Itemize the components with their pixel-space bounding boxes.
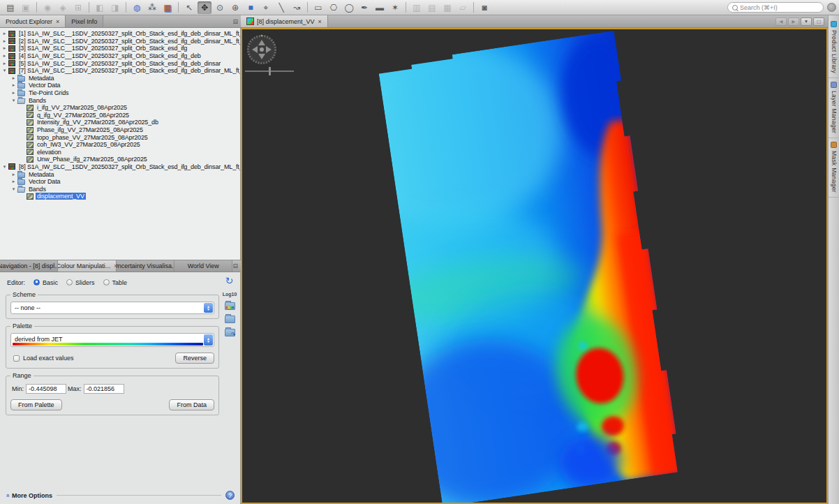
tab-world-view[interactable]: World View	[175, 260, 232, 272]
zoom-slider[interactable]	[245, 67, 294, 75]
tree-row[interactable]: i_ifg_VV_27Mar2025_08Apr2025	[0, 104, 240, 112]
expand-toggle-icon[interactable]: ▸	[1, 61, 8, 66]
polygon-tool-icon[interactable]: ⎔	[327, 1, 341, 14]
tree-row[interactable]: ▸Tie-Point Grids	[0, 89, 240, 97]
expand-toggle-icon[interactable]: ▸	[1, 45, 8, 51]
editor-radio-sliders[interactable]: Sliders	[58, 279, 95, 286]
range-max-input[interactable]	[84, 384, 124, 394]
tree-row[interactable]: ▸[5] S1A_IW_SLC__1SDV_20250327_split_Orb…	[0, 59, 240, 67]
expand-toggle-icon[interactable]: ▸	[1, 31, 8, 36]
band-icon	[27, 156, 34, 163]
tree-row[interactable]: ▾Bands	[0, 96, 240, 104]
ellipse-tool-icon[interactable]: ◯	[342, 1, 356, 14]
tree-row[interactable]: ▸Vector Data	[0, 178, 240, 186]
tab-product-explorer[interactable]: Product Explorer×	[0, 15, 66, 27]
from-data-button[interactable]: From Data	[169, 399, 214, 410]
close-tab-icon[interactable]: ×	[318, 18, 322, 25]
tree-row[interactable]: ▸Metadata	[0, 75, 240, 82]
dock-tab-mask-manager[interactable]: Mask Manager	[829, 138, 839, 198]
tree-row[interactable]: ▸[4] S1A_IW_SLC__1SDV_20250327_split_Orb…	[0, 52, 240, 60]
from-palette-button[interactable]: From Palette	[10, 399, 62, 410]
expand-toggle-icon[interactable]: ▸	[10, 172, 17, 177]
tab-navigation-8-displ[interactable]: Navigation - [8] displ...	[0, 260, 58, 272]
open-product-icon[interactable]: ▤	[3, 1, 17, 14]
scheme-select[interactable]: -- none -- ▲▼	[10, 302, 214, 314]
range-min-input[interactable]	[26, 384, 66, 394]
expand-toggle-icon[interactable]: ▸	[10, 75, 17, 81]
expand-toggle-icon[interactable]: ▸	[1, 53, 8, 59]
tree-row[interactable]: ▸Metadata	[0, 170, 240, 178]
gcp-tool-icon[interactable]: ⌖	[259, 1, 273, 14]
tree-row[interactable]: ▸[3] S1A_IW_SLC__1SDV_20250327_split_Orb…	[0, 45, 240, 52]
dock-tab-product-library[interactable]: Product Library	[829, 17, 839, 78]
open-palette-folder-icon[interactable]	[225, 316, 235, 323]
magic-wand-icon[interactable]: ✶	[388, 1, 402, 14]
tab-colour-manipulati[interactable]: Colour Manipulati...×	[58, 260, 116, 272]
tab-pixel-info[interactable]: Pixel Info	[66, 15, 103, 27]
tree-row[interactable]: Phase_ifg_VV_27Mar2025_08Apr2025	[0, 126, 240, 134]
palette-select[interactable]: derived from JET ▲▼	[10, 333, 214, 347]
tree-row[interactable]: ▸[1] S1A_IW_SLC__1SDV_20250327_split_Orb…	[0, 30, 240, 38]
log10-toggle-icon[interactable]: Log10	[223, 292, 237, 297]
wkt-tool-icon[interactable]: ✒	[357, 1, 371, 14]
maximize-view-button[interactable]: ▢	[813, 17, 824, 26]
scheme-legend: Scheme	[10, 291, 38, 298]
rgb-image-icon[interactable]: ▦	[161, 1, 175, 14]
tree-row[interactable]: elevation	[0, 149, 240, 156]
tree-row[interactable]: q_ifg_VV_27Mar2025_08Apr2025	[0, 112, 240, 119]
minimize-panel-icon[interactable]: ⊟	[232, 18, 238, 25]
select-tool-icon[interactable]: ↖	[182, 1, 196, 14]
expand-toggle-icon[interactable]: ▾	[10, 186, 17, 192]
tree-row[interactable]: coh_IW3_VV_27Mar2025_08Apr2025	[0, 141, 240, 149]
rectangle-tool-icon[interactable]: ▭	[311, 1, 325, 14]
palette-groupbox: Palette derived from JET ▲▼ Load exact v…	[6, 326, 219, 369]
zoom-tool-icon[interactable]: ⊙	[213, 1, 227, 14]
polyline-tool-icon[interactable]: ↝	[290, 1, 304, 14]
expand-toggle-icon[interactable]: ▸	[10, 90, 17, 96]
export-palette-icon[interactable]	[225, 329, 235, 336]
line-tool-icon[interactable]: ╲	[274, 1, 288, 14]
color-swatch-icon[interactable]: ■	[244, 1, 258, 14]
expand-toggle-icon[interactable]: ▾	[10, 98, 17, 103]
tree-row[interactable]: ▾[8] S1A_IW_SLC__1SDV_20250327_split_Orb…	[0, 163, 240, 171]
reverse-button[interactable]: Reverse	[175, 353, 214, 364]
world-map-overlay-icon[interactable]: ◍	[130, 1, 144, 14]
load-exact-values-checkbox[interactable]	[13, 355, 20, 362]
tab-displacement-view[interactable]: [8] displacement_VV ×	[241, 15, 328, 27]
close-tab-icon[interactable]: ×	[56, 18, 59, 25]
expand-toggle-icon[interactable]: ▾	[1, 164, 8, 170]
editor-radio-table[interactable]: Table	[95, 279, 128, 286]
tree-row[interactable]: ▾Bands	[0, 185, 240, 193]
image-viewport[interactable]	[241, 28, 828, 504]
tree-row[interactable]: ▸Vector Data	[0, 82, 240, 89]
tree-row[interactable]: Intensity_ifg_VV_27Mar2025_08Apr2025_db	[0, 119, 240, 126]
reset-palette-icon[interactable]: ↺	[225, 275, 234, 286]
expand-toggle-icon[interactable]: ▸	[10, 179, 17, 184]
tree-row[interactable]: ▸[2] S1A_IW_SLC__1SDV_20250327_split_Orb…	[0, 38, 240, 45]
tree-item-label: [2] S1A_IW_SLC__1SDV_20250327_split_Orb_…	[17, 38, 241, 45]
view-list-button[interactable]: ▼	[801, 17, 812, 26]
tree-row[interactable]: displacement_VV	[0, 193, 240, 200]
tree-item-label: Bands	[27, 97, 47, 104]
tree-row[interactable]: ▾[7] S1A_IW_SLC__1SDV_20250327_split_Orb…	[0, 67, 240, 75]
expand-toggle-icon[interactable]: ▸	[1, 38, 8, 44]
tree-row[interactable]: Unw_Phase_ifg_27Mar2025_08Apr2025	[0, 156, 240, 163]
tab-uncertainty-visualisa[interactable]: Uncertainty Visualisa...	[117, 260, 175, 272]
zoom-in-tool-icon[interactable]: ⊕	[228, 1, 242, 14]
help-icon[interactable]: ?	[225, 491, 235, 500]
editor-radio-basic[interactable]: Basic	[25, 279, 58, 286]
snapshot-icon[interactable]: ◙	[477, 1, 491, 14]
dock-tab-layer-manager[interactable]: Layer Manager	[829, 78, 839, 138]
import-palette-icon[interactable]	[225, 302, 235, 310]
search-input[interactable]: Search (⌘+I)	[727, 2, 824, 13]
graph-builder-icon[interactable]: ⁂	[145, 1, 159, 14]
pan-tool-icon[interactable]: ✥	[198, 1, 211, 14]
minimize-panel-icon[interactable]: ⊟	[232, 262, 238, 269]
pan-compass[interactable]	[246, 34, 277, 65]
expand-toggle-icon[interactable]: ▸	[10, 82, 17, 88]
tree-row[interactable]: topo_phase_VV_27Mar2025_08Apr2025	[0, 133, 240, 141]
toolbar-overflow-button[interactable]	[827, 3, 836, 12]
more-options-toggle[interactable]: » More Options ?	[6, 491, 235, 500]
expand-toggle-icon[interactable]: ▾	[1, 68, 8, 73]
measure-tool-icon[interactable]: ▬	[373, 1, 387, 14]
